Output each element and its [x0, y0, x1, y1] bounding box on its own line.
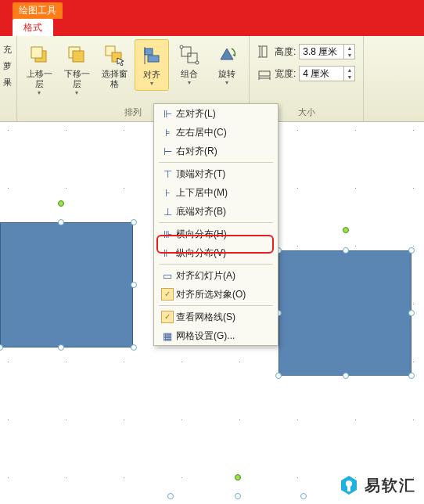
dropdown-item-label: 对齐所选对象(O): [176, 288, 271, 301]
titlebar: 绘图工具: [0, 0, 424, 19]
dropdown-item-0[interactable]: ⊩左对齐(L): [154, 104, 278, 123]
chevron-down-icon: ▾: [188, 79, 191, 86]
rotate-icon: [214, 42, 239, 67]
send-backward-button[interactable]: 下移一层 ▾: [59, 39, 94, 99]
resize-handle[interactable]: [343, 373, 349, 379]
dropdown-item-label: 底端对齐(B): [176, 205, 271, 218]
dropdown-item-label: 左右居中(C): [176, 126, 271, 139]
bring-forward-button[interactable]: 上移一层 ▾: [22, 39, 56, 99]
width-row: 宽度: ▲▼: [257, 66, 355, 81]
svg-rect-3: [73, 51, 84, 62]
align-item-icon: ⊩: [159, 108, 176, 120]
spin-down[interactable]: ▼: [344, 74, 354, 81]
logo-text: 易软汇: [365, 475, 416, 496]
watermark-logo: 易软汇: [338, 474, 416, 496]
width-input[interactable]: ▲▼: [299, 66, 355, 81]
shape-rect-2[interactable]: [278, 250, 411, 376]
rotate-handle[interactable]: [343, 227, 349, 233]
check-icon: ✓: [161, 311, 174, 323]
align-item-icon: ⊦: [159, 187, 176, 199]
dropdown-item-label: 纵向分布(V): [176, 247, 271, 260]
align-dropdown: ⊩左对齐(L)⊧左右居中(C)⊢右对齐(R)⊤顶端对齐(T)⊦上下居中(M)⊥底…: [153, 103, 278, 346]
svg-rect-1: [31, 47, 42, 58]
tab-format[interactable]: 格式: [13, 19, 53, 36]
svg-rect-13: [262, 46, 267, 57]
dropdown-item-4[interactable]: ⊤顶端对齐(T): [154, 164, 278, 183]
resize-handle[interactable]: [167, 493, 174, 499]
dropdown-separator: [159, 222, 273, 223]
resize-handle[interactable]: [300, 493, 307, 499]
dropdown-item-9[interactable]: ⊩纵向分布(V): [154, 243, 278, 262]
align-item-icon: ⊪: [159, 229, 176, 240]
selection-pane-icon: [102, 42, 127, 67]
trunc-1: 充: [3, 44, 15, 56]
resize-handle[interactable]: [408, 373, 415, 379]
dropdown-item-label: 查看网格线(S): [176, 311, 271, 324]
chevron-down-icon: ▾: [75, 89, 78, 96]
contextual-tab-label: 绘图工具: [13, 2, 63, 19]
dropdown-item-2[interactable]: ⊢右对齐(R): [154, 142, 278, 160]
group-button[interactable]: 组合 ▾: [172, 39, 207, 89]
align-item-icon: ▭: [159, 270, 176, 282]
align-item-icon: ⊢: [159, 146, 176, 157]
spin-down[interactable]: ▼: [344, 52, 354, 59]
dropdown-item-1[interactable]: ⊧左右居中(C): [154, 123, 278, 142]
selection-pane-button[interactable]: 选择窗格: [97, 39, 131, 92]
group-icon: [177, 42, 202, 67]
resize-handle[interactable]: [0, 344, 3, 351]
svg-rect-16: [347, 486, 350, 491]
resize-handle[interactable]: [343, 247, 349, 254]
resize-handle[interactable]: [131, 219, 137, 225]
bring-forward-icon: [27, 42, 52, 67]
chevron-down-icon: ▾: [225, 79, 228, 86]
height-row: 高度: ▲▼: [257, 44, 355, 59]
align-item-icon: ⊥: [159, 206, 176, 218]
spin-up[interactable]: ▲: [344, 45, 354, 52]
ribbon-tabs: 格式: [0, 19, 424, 36]
rotate-handle[interactable]: [58, 200, 64, 207]
svg-rect-14: [259, 71, 270, 76]
shape-rect-1[interactable]: [0, 222, 133, 347]
dropdown-item-15[interactable]: ▦网格设置(G)...: [154, 326, 278, 345]
align-button[interactable]: 对齐 ▾: [135, 39, 169, 91]
resize-handle[interactable]: [408, 247, 415, 254]
dropdown-item-12[interactable]: ✓对齐所选对象(O): [154, 285, 278, 304]
dropdown-item-label: 左对齐(L): [176, 107, 271, 121]
dropdown-separator: [159, 305, 273, 306]
rotate-button[interactable]: 旋转 ▾: [210, 39, 244, 89]
resize-handle[interactable]: [275, 373, 282, 379]
dropdown-item-8[interactable]: ⊪横向分布(H): [154, 225, 278, 243]
dropdown-item-label: 对齐幻灯片(A): [176, 269, 271, 283]
svg-point-12: [196, 61, 199, 64]
height-input[interactable]: ▲▼: [299, 44, 355, 59]
width-value[interactable]: [300, 67, 343, 81]
align-item-icon: ⊩: [159, 247, 176, 259]
resize-handle[interactable]: [58, 344, 64, 351]
height-label: 高度:: [275, 45, 296, 59]
resize-handle[interactable]: [58, 219, 64, 225]
chevron-down-icon: ▾: [38, 89, 41, 96]
check-icon: ✓: [161, 288, 174, 301]
svg-point-11: [180, 45, 183, 49]
logo-icon: [338, 474, 360, 496]
dropdown-item-label: 右对齐(R): [176, 145, 271, 158]
svg-rect-6: [145, 49, 153, 55]
dropdown-item-5[interactable]: ⊦上下居中(M): [154, 183, 278, 202]
svg-rect-9: [181, 47, 191, 56]
dropdown-item-11[interactable]: ▭对齐幻灯片(A): [154, 266, 278, 285]
resize-handle[interactable]: [131, 344, 137, 351]
resize-handle[interactable]: [408, 310, 415, 316]
svg-point-15: [346, 481, 352, 487]
trunc-2: 萝: [3, 60, 15, 72]
align-item-icon: ⊤: [159, 168, 176, 180]
resize-handle[interactable]: [235, 493, 241, 499]
align-item-icon: ⊧: [159, 127, 176, 139]
dropdown-item-6[interactable]: ⊥底端对齐(B): [154, 202, 278, 221]
resize-handle[interactable]: [131, 282, 137, 288]
dropdown-item-14[interactable]: ✓查看网格线(S): [154, 308, 278, 326]
dropdown-item-label: 网格设置(G)...: [176, 329, 271, 343]
height-value[interactable]: [300, 45, 343, 59]
spin-up[interactable]: ▲: [344, 67, 354, 74]
truncated-group: 充 萝 果: [0, 36, 17, 121]
width-icon: [257, 67, 271, 81]
